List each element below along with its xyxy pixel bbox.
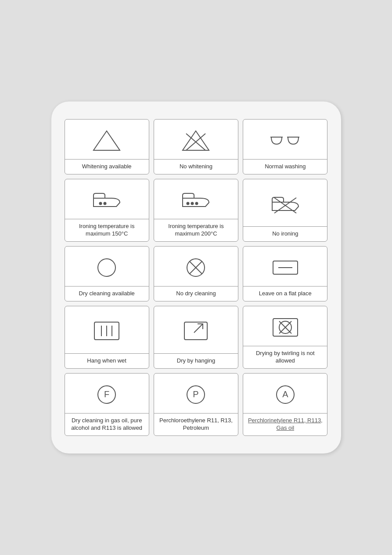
icon-normal-washing xyxy=(243,120,327,159)
label-leave-flat: Leave on a flat place xyxy=(243,286,327,301)
label-iron-150: Ironing temperature is maximum 150°C xyxy=(65,219,149,241)
cell-circle-f: F Dry cleaning in gas oil, pure alcohol … xyxy=(65,373,149,436)
symbols-grid: Whitening available No whitening xyxy=(65,119,328,435)
cell-dry-cleaning: Dry cleaning available xyxy=(65,246,149,301)
icon-circle-f: F xyxy=(65,374,149,413)
svg-text:A: A xyxy=(282,389,288,399)
icon-dry-cleaning xyxy=(65,247,149,286)
svg-point-7 xyxy=(104,203,106,205)
svg-point-13 xyxy=(98,259,115,276)
cell-leave-flat: Leave on a flat place xyxy=(243,246,327,301)
icon-whitening-available xyxy=(65,120,149,159)
cell-whitening-available: Whitening available xyxy=(65,119,149,174)
icon-dry-hanging xyxy=(154,306,238,353)
icon-no-dry-cleaning xyxy=(154,247,238,286)
label-iron-200: Ironing temperature is maximum 200°C xyxy=(154,219,238,241)
label-no-dry-cleaning: No dry cleaning xyxy=(154,286,238,301)
svg-point-8 xyxy=(187,203,189,205)
svg-text:P: P xyxy=(193,389,199,399)
label-whitening-available: Whitening available xyxy=(65,159,149,174)
label-circle-f: Dry cleaning in gas oil, pure alcohol an… xyxy=(65,413,149,435)
label-no-twirling: Drying by twirling is not allowed xyxy=(243,346,327,368)
svg-marker-0 xyxy=(94,131,120,150)
svg-point-9 xyxy=(191,203,194,205)
label-dry-hanging: Dry by hanging xyxy=(154,353,238,368)
label-normal-washing: Normal washing xyxy=(243,159,327,174)
svg-point-10 xyxy=(196,203,198,205)
cell-circle-p: P Perchloroethylene R11, R13, Petroleum xyxy=(154,373,238,436)
cell-iron-150: Ironing temperature is maximum 150°C xyxy=(65,179,149,242)
icon-iron-150 xyxy=(65,179,149,219)
cell-normal-washing: Normal washing xyxy=(243,119,327,174)
label-no-whitening: No whitening xyxy=(154,159,238,174)
icon-leave-flat xyxy=(243,247,327,286)
icon-no-ironing xyxy=(243,179,327,226)
svg-text:F: F xyxy=(104,389,109,399)
label-no-ironing: No ironing xyxy=(243,226,327,241)
label-dry-cleaning: Dry cleaning available xyxy=(65,286,149,301)
cell-no-dry-cleaning: No dry cleaning xyxy=(154,246,238,301)
label-circle-p: Perchloroethylene R11, R13, Petroleum xyxy=(154,413,238,435)
main-card: Whitening available No whitening xyxy=(51,102,341,453)
cell-no-twirling: Drying by twirling is not allowed xyxy=(243,306,327,369)
icon-iron-200 xyxy=(154,179,238,219)
icon-no-whitening xyxy=(154,120,238,159)
icon-hang-wet xyxy=(65,306,149,353)
cell-no-whitening: No whitening xyxy=(154,119,238,174)
cell-circle-a: A Perchlorinetylene R11, R113, Gas oil xyxy=(243,373,327,436)
icon-no-twirling xyxy=(243,306,327,346)
icon-circle-p: P xyxy=(154,374,238,413)
cell-no-ironing: No ironing xyxy=(243,179,327,242)
cell-dry-hanging: Dry by hanging xyxy=(154,306,238,369)
icon-circle-a: A xyxy=(243,374,327,413)
cell-iron-200: Ironing temperature is maximum 200°C xyxy=(154,179,238,242)
svg-line-24 xyxy=(194,324,203,333)
label-hang-wet: Hang when wet xyxy=(65,353,149,368)
svg-point-6 xyxy=(100,203,102,205)
cell-hang-wet: Hang when wet xyxy=(65,306,149,369)
label-circle-a: Perchlorinetylene R11, R113, Gas oil xyxy=(243,413,327,435)
